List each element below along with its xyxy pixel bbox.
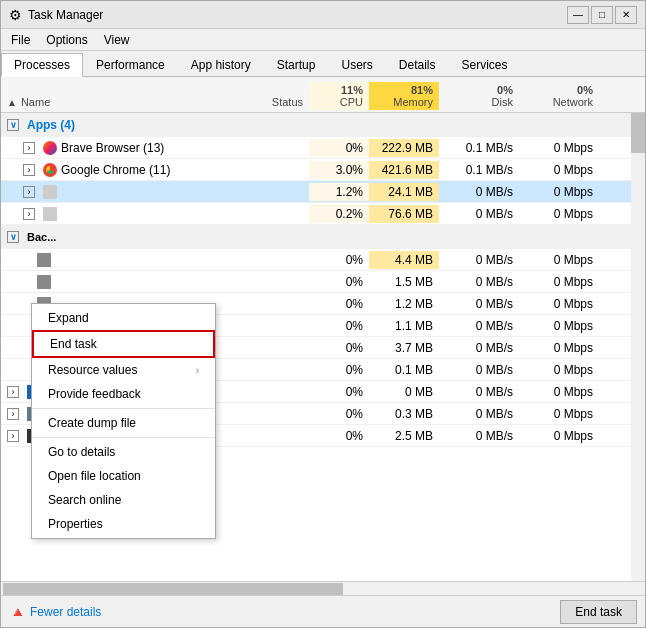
expand-gaming-button[interactable]: › (7, 430, 19, 442)
table-row[interactable]: 0% 4.4 MB 0 MB/s 0 Mbps (1, 249, 645, 271)
table-row[interactable]: › Brave Browser (13) 0% 222.9 MB 0.1 MB/… (1, 137, 645, 159)
end-task-button[interactable]: End task (560, 600, 637, 624)
ctx-resource-values[interactable]: Resource values › (32, 358, 215, 382)
expand-chrome-button[interactable]: › (23, 164, 35, 176)
col-name[interactable]: ▲Name (1, 94, 229, 110)
scrollbar-track[interactable] (631, 113, 645, 581)
tab-bar: Processes Performance App history Startu… (1, 51, 645, 77)
close-button[interactable]: ✕ (615, 6, 637, 24)
task-manager-window: ⚙ Task Manager — □ ✕ File Options View P… (0, 0, 646, 628)
bottom-bar: 🔺 Fewer details End task (1, 595, 645, 627)
ctx-create-dump[interactable]: Create dump file (32, 411, 215, 435)
menu-options[interactable]: Options (40, 31, 93, 49)
fewer-details-button[interactable]: 🔺 Fewer details (9, 604, 101, 620)
menu-bar: File Options View (1, 29, 645, 51)
table-row[interactable]: › Google Chrome (11) 3.0% 421.6 MB 0.1 M… (1, 159, 645, 181)
tab-performance[interactable]: Performance (83, 52, 178, 76)
group-header-background[interactable]: ∨ Bac... (1, 225, 645, 249)
expand-brave-button[interactable]: › (23, 142, 35, 154)
col-disk[interactable]: 0% Disk (439, 82, 519, 110)
window-title: Task Manager (28, 8, 103, 22)
ctx-open-file-location[interactable]: Open file location (32, 464, 215, 488)
tab-processes[interactable]: Processes (1, 53, 83, 77)
brave-icon (43, 141, 57, 155)
title-bar-controls: — □ ✕ (567, 6, 637, 24)
col-cpu[interactable]: 11% CPU (309, 82, 369, 110)
table-row[interactable]: › 0.2% 76.6 MB 0 MB/s 0 Mbps (1, 203, 645, 225)
expand-r4-button[interactable]: › (23, 208, 35, 220)
scrollbar-thumb[interactable] (631, 113, 645, 153)
ctx-expand[interactable]: Expand (32, 306, 215, 330)
group-header-apps[interactable]: ∨ Apps (4) (1, 113, 645, 137)
ctx-search-online[interactable]: Search online (32, 488, 215, 512)
ctx-go-to-details[interactable]: Go to details (32, 440, 215, 464)
group-apps-label: ∨ Apps (4) (1, 116, 229, 134)
expand-apps-button[interactable]: ∨ (7, 119, 19, 131)
group-background-label: ∨ Bac... (1, 229, 229, 245)
ctx-end-task[interactable]: End task (32, 330, 215, 358)
table-row-selected[interactable]: › 1.2% 24.1 MB 0 MB/s 0 Mbps (1, 181, 645, 203)
r4-icon (43, 207, 57, 221)
col-memory[interactable]: 81% Memory (369, 82, 439, 110)
expand-background-button[interactable]: ∨ (7, 231, 19, 243)
chrome-icon (43, 163, 57, 177)
expand-feeds-button[interactable]: › (7, 386, 19, 398)
tab-users[interactable]: Users (328, 52, 385, 76)
table-header: ▲Name Status 11% CPU 81% Memory 0% Disk … (1, 77, 645, 113)
col-status[interactable]: Status (229, 94, 309, 110)
ctx-divider (32, 408, 215, 409)
expand-sel-button[interactable]: › (23, 186, 35, 198)
minimize-button[interactable]: — (567, 6, 589, 24)
table-body[interactable]: ∨ Apps (4) › Brave Browser (13) 0% (1, 113, 645, 581)
col-network[interactable]: 0% Network (519, 82, 599, 110)
menu-view[interactable]: View (98, 31, 136, 49)
title-bar: ⚙ Task Manager — □ ✕ (1, 1, 645, 29)
chevron-down-icon: 🔺 (9, 604, 26, 620)
ctx-properties[interactable]: Properties (32, 512, 215, 536)
table-row[interactable]: 0% 1.5 MB 0 MB/s 0 Mbps (1, 271, 645, 293)
brave-browser-label: Brave Browser (13) (61, 141, 164, 155)
horizontal-scrollbar[interactable] (1, 581, 645, 595)
maximize-button[interactable]: □ (591, 6, 613, 24)
ctx-divider2 (32, 437, 215, 438)
tab-app-history[interactable]: App history (178, 52, 264, 76)
tab-services[interactable]: Services (449, 52, 521, 76)
menu-file[interactable]: File (5, 31, 36, 49)
submenu-arrow: › (196, 365, 199, 376)
context-menu: Expand End task Resource values › Provid… (31, 303, 216, 539)
tab-startup[interactable]: Startup (264, 52, 329, 76)
expand-films-button[interactable]: › (7, 408, 19, 420)
content-area: ▲Name Status 11% CPU 81% Memory 0% Disk … (1, 77, 645, 595)
sel-icon (43, 185, 57, 199)
ctx-provide-feedback[interactable]: Provide feedback (32, 382, 215, 406)
app-icon: ⚙ (9, 7, 22, 23)
tab-details[interactable]: Details (386, 52, 449, 76)
title-bar-left: ⚙ Task Manager (9, 7, 103, 23)
horiz-scrollbar-thumb[interactable] (3, 583, 343, 595)
